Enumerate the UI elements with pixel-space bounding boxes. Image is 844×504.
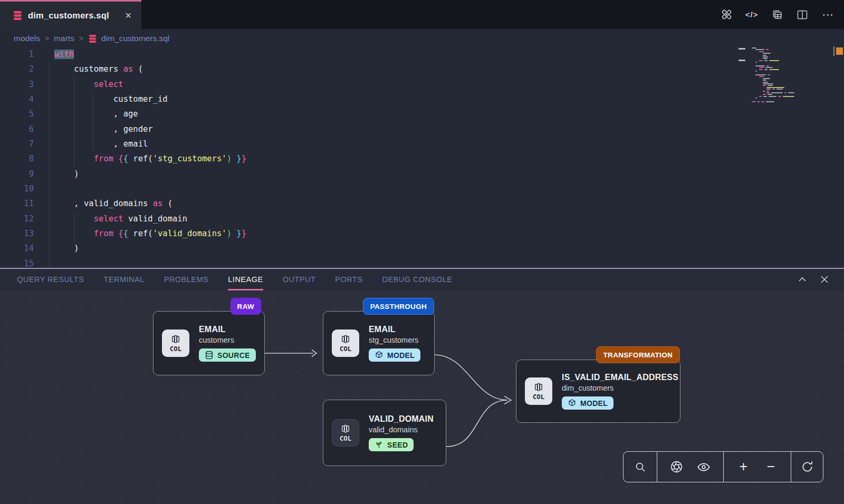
code-line-11[interactable]: 11 , valid_domains as ( — [0, 196, 752, 211]
minimap-line — [771, 92, 783, 93]
panel-tab-debug-console[interactable]: DEBUG CONSOLE — [382, 269, 452, 290]
code-line-3[interactable]: 3 select — [0, 77, 752, 92]
minimap-line — [761, 101, 764, 102]
minimap-line — [766, 49, 769, 50]
panel-tab-bar: QUERY RESULTSTERMINALPROBLEMSLINEAGEOUTP… — [0, 269, 844, 290]
collapse-chevron-icon[interactable] — [797, 274, 808, 285]
scrollbar-thumb[interactable] — [833, 46, 835, 56]
panel-tab-lineage[interactable]: LINEAGE — [228, 269, 263, 290]
minimap-line — [763, 58, 768, 59]
code-line-12[interactable]: 12 select valid_domain — [0, 211, 752, 226]
panel-tab-ports[interactable]: PORTS — [335, 269, 362, 290]
minimap-line — [763, 78, 770, 79]
code-line-10[interactable]: 10 — [0, 181, 752, 196]
line-number: 14 — [0, 241, 34, 256]
breadcrumb-item-marts[interactable]: marts — [54, 34, 74, 43]
code-text: customer_id — [34, 92, 168, 106]
more-actions-icon[interactable]: ⋯ — [821, 8, 835, 22]
dbt-power-user-icon[interactable] — [720, 8, 733, 22]
refresh-icon[interactable] — [799, 459, 815, 475]
minimap-line — [763, 53, 771, 54]
lineage-node-stg_customers[interactable]: PASSTHROUGHCOLEMAILstg_customersMODEL — [323, 311, 435, 375]
panel-tab-problems[interactable]: PROBLEMS — [164, 269, 209, 290]
line-number: 1 — [0, 47, 34, 62]
minimap-line — [755, 71, 757, 72]
node-model-name: valid_domains — [369, 425, 434, 434]
code-line-6[interactable]: 6 , gender — [0, 122, 752, 137]
node-column-name: VALID_DOMAIN — [369, 414, 434, 424]
panel-tab-terminal[interactable]: TERMINAL — [103, 269, 144, 290]
resource-pill-source[interactable]: SOURCE — [199, 348, 256, 362]
code-line-7[interactable]: 7 , email — [0, 137, 752, 151]
minimap-line — [763, 55, 766, 56]
line-number: 10 — [0, 181, 34, 196]
tab-dim-customers-sql[interactable]: dim_customers.sql ✕ — [0, 0, 141, 29]
minimap-line — [759, 51, 764, 52]
code-text — [34, 256, 54, 268]
minimap-line — [755, 49, 764, 50]
line-number: 4 — [0, 92, 34, 106]
node-tag-passthrough: PASSTHROUGH — [363, 298, 434, 315]
lineage-toolbar: + − — [623, 451, 823, 482]
minimap-line — [772, 89, 775, 90]
copy-results-icon[interactable] — [770, 8, 784, 22]
lineage-canvas[interactable]: RAWCOLEMAILcustomersSOURCEPASSTHROUGHCOL… — [0, 291, 844, 504]
minimap-line — [755, 62, 757, 63]
col-chip-label: COL — [340, 434, 352, 442]
code-line-2[interactable]: 2 customers as ( — [0, 62, 752, 76]
code-line-13[interactable]: 13 from {{ ref('valid_domains') }} — [0, 226, 752, 241]
minimap-line — [759, 76, 764, 77]
minimap-line — [752, 101, 756, 102]
zoom-out-icon[interactable]: − — [763, 459, 779, 475]
minimap-line — [776, 89, 783, 90]
breadcrumb-item-models[interactable]: models — [14, 34, 40, 43]
code-line-9[interactable]: 9 ) — [0, 167, 752, 181]
resource-pill-model[interactable]: MODEL — [369, 348, 420, 362]
code-line-15[interactable]: 15 — [0, 256, 752, 268]
minimap-line — [763, 85, 766, 86]
line-number: 11 — [0, 196, 34, 211]
col-chip-label: COL — [170, 345, 182, 353]
split-editor-icon[interactable] — [795, 8, 809, 22]
node-tag-raw: RAW — [231, 298, 261, 315]
line-number: 8 — [0, 151, 34, 166]
code-text — [34, 181, 54, 196]
panel-tab-query-results[interactable]: QUERY RESULTS — [17, 269, 84, 290]
breadcrumb-item-dim-customers-sql[interactable]: dim_customers.sql — [88, 34, 169, 43]
col-chip-label: COL — [340, 345, 352, 353]
code-line-14[interactable]: 14 ) — [0, 241, 752, 256]
lineage-node-customers[interactable]: RAWCOLEMAILcustomersSOURCE — [153, 311, 265, 375]
code-lines[interactable]: 1with2 customers as (3 select4 customer_… — [0, 47, 752, 268]
lineage-node-valid_domains[interactable]: COLVALID_DOMAINvalid_domainsSEED — [323, 400, 446, 466]
column-chip: COL — [332, 329, 359, 357]
minimap-line — [763, 91, 765, 92]
code-line-4[interactable]: 4 customer_id — [0, 92, 752, 106]
inline-code-icon[interactable]: </> — [745, 8, 759, 22]
database-icon — [88, 34, 97, 43]
code-text: ) — [34, 167, 79, 181]
tab-close-icon[interactable]: ✕ — [123, 9, 134, 22]
close-panel-icon[interactable] — [819, 274, 830, 285]
code-line-1[interactable]: 1with — [0, 47, 752, 62]
column-chip: COL — [525, 377, 552, 405]
lineage-node-dim_customers[interactable]: TRANSFORMATIONCOLIS_VALID_EMAIL_ADDRESSd… — [516, 360, 680, 423]
resource-pill-model[interactable]: MODEL — [562, 396, 613, 410]
code-line-5[interactable]: 5 , age — [0, 106, 752, 121]
resource-pill-seed[interactable]: SEED — [369, 438, 414, 451]
breadcrumb: models>marts>dim_customers.sql — [0, 29, 844, 48]
zoom-in-icon[interactable]: + — [735, 459, 751, 475]
columns-icon — [170, 334, 181, 344]
editor-tab-bar: dim_customers.sql ✕ </> ⋯ — [0, 0, 844, 29]
minimap[interactable] — [752, 47, 810, 137]
editor-actions: </> ⋯ — [720, 0, 835, 29]
cube-icon — [375, 351, 383, 360]
code-line-8[interactable]: 8 from {{ ref('stg_customers') }} — [0, 151, 752, 166]
column-chip: COL — [162, 329, 189, 357]
eye-icon[interactable] — [696, 459, 712, 475]
overview-ruler-marker — [836, 47, 843, 55]
aperture-icon[interactable] — [669, 459, 685, 475]
search-icon[interactable] — [632, 459, 648, 475]
minimap-line — [783, 96, 794, 97]
line-number: 13 — [0, 226, 34, 241]
panel-tab-output[interactable]: OUTPUT — [283, 269, 316, 290]
